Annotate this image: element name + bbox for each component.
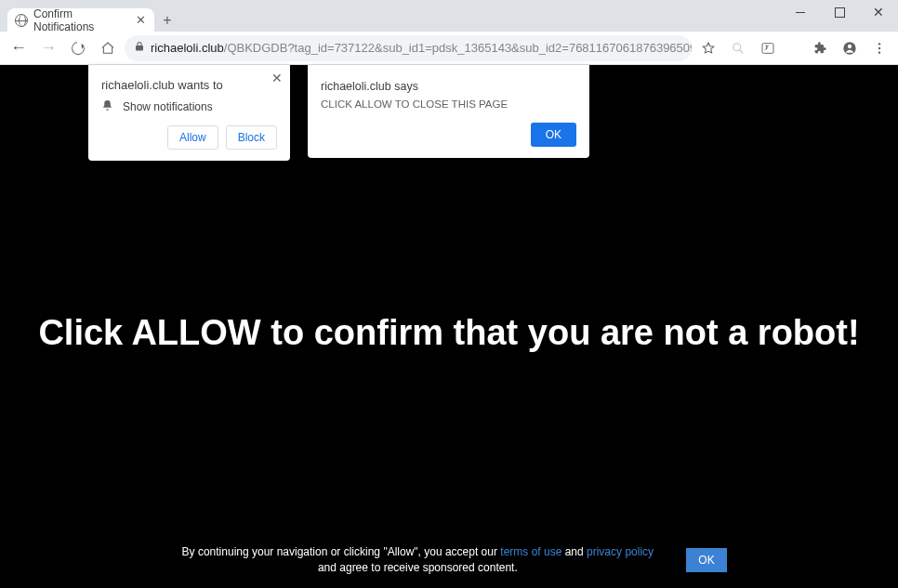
alert-ok-button[interactable]: OK	[531, 123, 576, 147]
star-icon	[701, 41, 716, 56]
new-tab-button[interactable]: +	[154, 9, 180, 32]
permission-item-label: Show notifications	[123, 100, 213, 113]
zoom-icon	[731, 41, 746, 56]
svg-point-5	[878, 46, 880, 48]
terms-link[interactable]: terms of use	[500, 545, 561, 558]
home-button[interactable]	[95, 35, 121, 61]
svg-point-6	[878, 51, 880, 53]
consent-suffix: and agree to receive sponsored content.	[318, 561, 518, 574]
window-controls: ✕	[781, 0, 898, 28]
account-icon	[842, 41, 857, 56]
reload-icon	[69, 39, 86, 57]
browser-tab[interactable]: Confirm Notifications ✕	[7, 8, 154, 32]
window-titlebar	[0, 0, 898, 8]
permission-buttons: Allow Block	[101, 125, 277, 150]
block-button[interactable]: Block	[226, 125, 277, 150]
page-heading: Click ALLOW to confirm that you are not …	[0, 313, 898, 353]
menu-button[interactable]	[866, 35, 892, 61]
consent-prefix: By continuing your navigation or clickin…	[182, 545, 501, 558]
translate-button[interactable]	[755, 35, 781, 61]
tab-strip: Confirm Notifications ✕ +	[0, 8, 898, 32]
url-path: /QBKDGDB?tag_id=737122&sub_id1=pdsk_1365…	[224, 41, 692, 55]
puzzle-icon	[812, 41, 827, 56]
window-minimize-button[interactable]	[781, 0, 820, 24]
allow-button[interactable]: Allow	[167, 125, 218, 150]
address-bar[interactable]: richaeloli.club/QBKDGDB?tag_id=737122&su…	[125, 35, 692, 61]
url-text: richaeloli.club/QBKDGDB?tag_id=737122&su…	[151, 41, 692, 55]
zoom-button[interactable]	[725, 35, 751, 61]
forward-button[interactable]: →	[35, 35, 61, 61]
window-maximize-button[interactable]	[820, 0, 859, 24]
url-domain: richaeloli.club	[151, 41, 224, 55]
consent-text: By continuing your navigation or clickin…	[171, 544, 664, 576]
translate-icon	[760, 41, 775, 56]
notification-permission-popup: ✕ richaeloli.club wants to Show notifica…	[88, 65, 290, 161]
permission-item-row: Show notifications	[101, 99, 277, 114]
home-icon	[100, 41, 115, 56]
kebab-icon	[872, 41, 887, 56]
bell-icon	[101, 99, 113, 114]
bookmark-button[interactable]	[695, 35, 721, 61]
permission-title: richaeloli.club wants to	[101, 78, 277, 92]
alert-message: CLICK ALLOW TO CLOSE THIS PAGE	[321, 98, 576, 110]
consent-and: and	[561, 545, 587, 558]
tab-close-button[interactable]: ✕	[135, 14, 147, 27]
javascript-alert-popup: richaeloli.club says CLICK ALLOW TO CLOS…	[308, 65, 589, 158]
lock-icon	[134, 41, 145, 55]
consent-ok-button[interactable]: OK	[686, 548, 726, 572]
privacy-link[interactable]: privacy policy	[587, 545, 654, 558]
globe-icon	[15, 14, 28, 27]
consent-footer: By continuing your navigation or clickin…	[0, 544, 898, 576]
svg-point-0	[733, 43, 741, 50]
profile-button[interactable]	[837, 35, 863, 61]
alert-buttons: OK	[321, 123, 576, 147]
alert-origin: richaeloli.club says	[321, 80, 576, 93]
browser-toolbar: ← → richaeloli.club/QBKDGDB?tag_id=73712…	[0, 32, 898, 65]
extensions-button[interactable]	[807, 35, 833, 61]
back-button[interactable]: ←	[6, 35, 32, 61]
window-close-button[interactable]: ✕	[859, 0, 898, 24]
svg-point-4	[878, 43, 880, 45]
tab-title: Confirm Notifications	[33, 7, 129, 33]
permission-close-button[interactable]: ✕	[271, 71, 283, 85]
svg-rect-1	[762, 43, 773, 53]
svg-point-3	[848, 44, 852, 47]
page-content: Click ALLOW to confirm that you are not …	[0, 65, 898, 588]
reload-button[interactable]	[65, 35, 91, 61]
